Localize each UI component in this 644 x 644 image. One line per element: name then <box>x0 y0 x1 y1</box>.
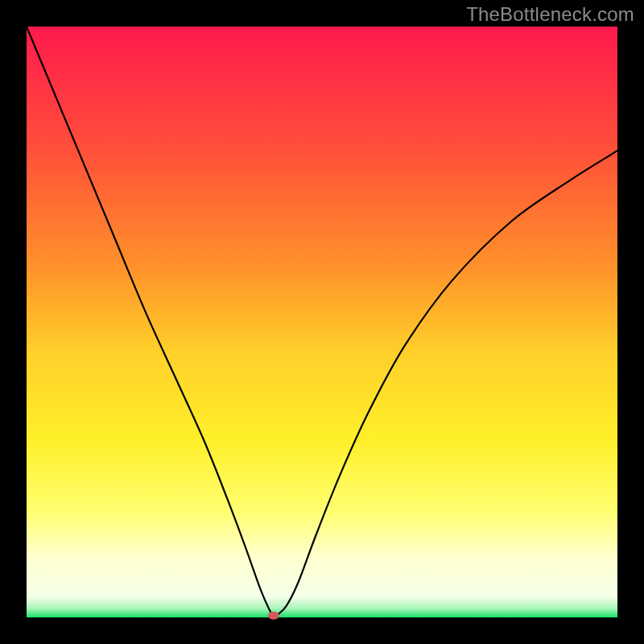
min-marker <box>268 612 279 620</box>
chart-frame: TheBottleneck.com <box>0 0 644 644</box>
plot-area <box>27 27 617 617</box>
bottleneck-chart <box>0 0 644 644</box>
watermark-text: TheBottleneck.com <box>466 3 634 26</box>
